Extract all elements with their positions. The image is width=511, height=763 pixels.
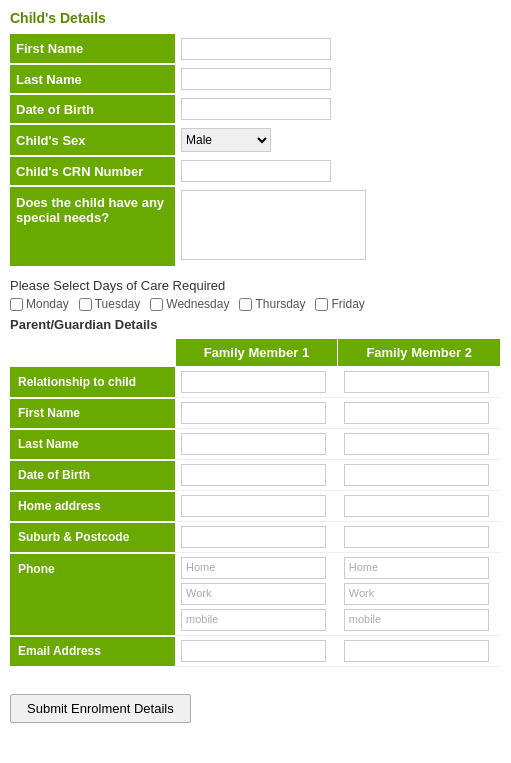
days-title: Please Select Days of Care Required bbox=[10, 278, 501, 293]
child-section-title: Child's Details bbox=[10, 10, 501, 26]
email-input-2[interactable] bbox=[344, 640, 489, 662]
phone-mobile-1-wrapper: mobile bbox=[181, 609, 326, 631]
home-address-2-cell bbox=[338, 491, 501, 522]
guardian-first-name-row: First Name bbox=[10, 398, 501, 429]
thursday-checkbox[interactable] bbox=[239, 298, 252, 311]
sex-select[interactable]: Male Female bbox=[181, 128, 271, 152]
guardian-first-name-input-2[interactable] bbox=[344, 402, 489, 424]
guardian-first-name-2-cell bbox=[338, 398, 501, 429]
relationship-input-1[interactable] bbox=[181, 371, 326, 393]
email-label: Email Address bbox=[10, 636, 175, 667]
crn-input[interactable] bbox=[181, 160, 331, 182]
guardian-dob-input-1[interactable] bbox=[181, 464, 326, 486]
phone-label: Phone bbox=[10, 553, 175, 636]
suburb-postcode-2-cell bbox=[338, 522, 501, 553]
dob-row: Date of Birth bbox=[10, 94, 501, 124]
dob-input[interactable] bbox=[181, 98, 331, 120]
phone-row: Phone Home Work mobile bbox=[10, 553, 501, 636]
dob-label: Date of Birth bbox=[10, 94, 175, 124]
last-name-input-cell bbox=[175, 64, 501, 94]
relationship-input-2[interactable] bbox=[344, 371, 489, 393]
tuesday-checkbox-label[interactable]: Tuesday bbox=[79, 297, 141, 311]
phone-mobile-2-wrapper: mobile bbox=[344, 609, 489, 631]
suburb-postcode-input-1[interactable] bbox=[181, 526, 326, 548]
first-name-input[interactable] bbox=[181, 38, 331, 60]
friday-checkbox[interactable] bbox=[315, 298, 328, 311]
first-name-input-cell bbox=[175, 34, 501, 64]
sex-row: Child's Sex Male Female bbox=[10, 124, 501, 156]
phone-home-1-wrapper: Home bbox=[181, 557, 326, 579]
home-address-label: Home address bbox=[10, 491, 175, 522]
monday-checkbox[interactable] bbox=[10, 298, 23, 311]
guardian-first-name-1-cell bbox=[175, 398, 338, 429]
monday-checkbox-label[interactable]: Monday bbox=[10, 297, 69, 311]
phone-1-cell: Home Work mobile bbox=[175, 553, 338, 636]
home-address-input-1[interactable] bbox=[181, 495, 326, 517]
last-name-row: Last Name bbox=[10, 64, 501, 94]
email-1-cell bbox=[175, 636, 338, 667]
special-needs-input-cell bbox=[175, 186, 501, 267]
crn-label: Child's CRN Number bbox=[10, 156, 175, 186]
first-name-row: First Name bbox=[10, 34, 501, 64]
monday-label: Monday bbox=[26, 297, 69, 311]
thursday-label: Thursday bbox=[255, 297, 305, 311]
sex-label: Child's Sex bbox=[10, 124, 175, 156]
phone-home-input-2[interactable] bbox=[344, 557, 489, 579]
suburb-postcode-label: Suburb & Postcode bbox=[10, 522, 175, 553]
empty-header bbox=[10, 339, 175, 367]
child-form-table: First Name Last Name Date of Birth Child… bbox=[10, 34, 501, 268]
wednesday-checkbox-label[interactable]: Wednesday bbox=[150, 297, 229, 311]
guardian-last-name-label: Last Name bbox=[10, 429, 175, 460]
guardian-header-row: Family Member 1 Family Member 2 bbox=[10, 339, 501, 367]
submit-section: Submit Enrolment Details bbox=[10, 682, 501, 723]
phone-work-2-wrapper: Work bbox=[344, 583, 489, 605]
guardian-last-name-input-2[interactable] bbox=[344, 433, 489, 455]
special-needs-row: Does the child have any special needs? bbox=[10, 186, 501, 267]
guardian-table: Family Member 1 Family Member 2 Relation… bbox=[10, 338, 501, 668]
special-needs-textarea[interactable] bbox=[181, 190, 366, 260]
phone-2-cell: Home Work mobile bbox=[338, 553, 501, 636]
guardian-first-name-input-1[interactable] bbox=[181, 402, 326, 424]
thursday-checkbox-label[interactable]: Thursday bbox=[239, 297, 305, 311]
sex-input-cell: Male Female bbox=[175, 124, 501, 156]
phone-mobile-input-2[interactable] bbox=[344, 609, 489, 631]
email-input-1[interactable] bbox=[181, 640, 326, 662]
email-row: Email Address bbox=[10, 636, 501, 667]
relationship-row: Relationship to child bbox=[10, 367, 501, 398]
phone-home-2-wrapper: Home bbox=[344, 557, 489, 579]
wednesday-label: Wednesday bbox=[166, 297, 229, 311]
relationship-input-1-cell bbox=[175, 367, 338, 398]
guardian-section-title: Parent/Guardian Details bbox=[10, 317, 501, 332]
phone-work-input-2[interactable] bbox=[344, 583, 489, 605]
special-needs-label: Does the child have any special needs? bbox=[10, 186, 175, 267]
tuesday-checkbox[interactable] bbox=[79, 298, 92, 311]
last-name-input[interactable] bbox=[181, 68, 331, 90]
crn-input-cell bbox=[175, 156, 501, 186]
guardian-dob-2-cell bbox=[338, 460, 501, 491]
relationship-input-2-cell bbox=[338, 367, 501, 398]
crn-row: Child's CRN Number bbox=[10, 156, 501, 186]
suburb-postcode-input-2[interactable] bbox=[344, 526, 489, 548]
friday-label: Friday bbox=[331, 297, 364, 311]
family-member-2-header: Family Member 2 bbox=[338, 339, 501, 367]
phone-work-input-1[interactable] bbox=[181, 583, 326, 605]
submit-button[interactable]: Submit Enrolment Details bbox=[10, 694, 191, 723]
suburb-postcode-row: Suburb & Postcode bbox=[10, 522, 501, 553]
days-checkboxes: Monday Tuesday Wednesday Thursday Friday bbox=[10, 297, 501, 311]
home-address-input-2[interactable] bbox=[344, 495, 489, 517]
suburb-postcode-1-cell bbox=[175, 522, 338, 553]
guardian-dob-input-2[interactable] bbox=[344, 464, 489, 486]
guardian-section: Parent/Guardian Details Family Member 1 … bbox=[10, 317, 501, 668]
phone-mobile-input-1[interactable] bbox=[181, 609, 326, 631]
guardian-last-name-input-1[interactable] bbox=[181, 433, 326, 455]
email-2-cell bbox=[338, 636, 501, 667]
wednesday-checkbox[interactable] bbox=[150, 298, 163, 311]
guardian-dob-1-cell bbox=[175, 460, 338, 491]
friday-checkbox-label[interactable]: Friday bbox=[315, 297, 364, 311]
home-address-row: Home address bbox=[10, 491, 501, 522]
phone-home-input-1[interactable] bbox=[181, 557, 326, 579]
guardian-last-name-1-cell bbox=[175, 429, 338, 460]
guardian-last-name-2-cell bbox=[338, 429, 501, 460]
tuesday-label: Tuesday bbox=[95, 297, 141, 311]
last-name-label: Last Name bbox=[10, 64, 175, 94]
